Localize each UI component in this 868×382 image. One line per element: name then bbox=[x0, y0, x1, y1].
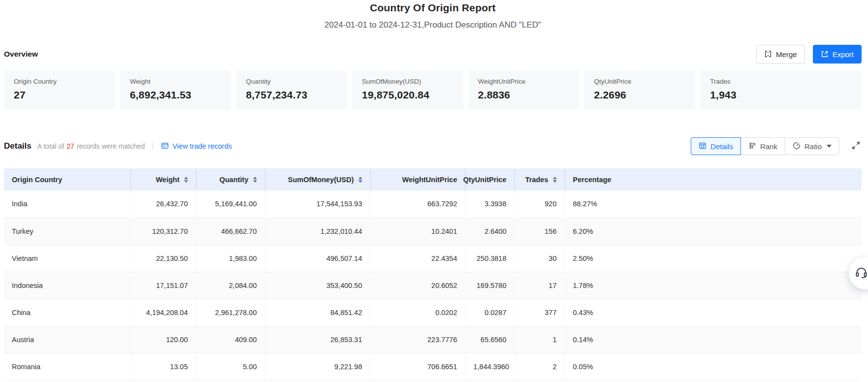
cell-quantity: 5.00 bbox=[196, 353, 265, 380]
table-row-indonesia: Indonesia17,151.072,084.00353,400.5020.6… bbox=[4, 272, 862, 299]
tab-ratio[interactable]: Ratio bbox=[785, 137, 839, 155]
details-left: Details A total of27records were matched… bbox=[4, 141, 232, 151]
match-prefix: A total of bbox=[37, 142, 64, 150]
stat-card-label: Origin Country bbox=[14, 78, 105, 85]
column-header-qty-unit-price: QtyUnitPrice bbox=[465, 168, 514, 191]
cell-quantity: 5,169,441.00 bbox=[196, 191, 265, 218]
fullscreen-button[interactable] bbox=[850, 140, 862, 153]
cell-weight: 4,194,208.04 bbox=[130, 299, 196, 326]
stat-card-value: 27 bbox=[14, 89, 105, 101]
cell-quantity: 409.00 bbox=[196, 326, 265, 353]
cell-quantity: 466,662.70 bbox=[196, 218, 265, 245]
cell-weight-unit-price: 706.6651 bbox=[370, 353, 465, 380]
stat-card-label: Quantity bbox=[246, 78, 337, 85]
cell-qty-unit-price: 3.3938 bbox=[465, 191, 514, 218]
overview-stat-cards: Origin Country27Weight6,892,341.53Quanti… bbox=[4, 70, 862, 110]
column-label: SumOfMoney(USD) bbox=[288, 176, 354, 184]
column-header-trades[interactable]: Trades bbox=[514, 168, 565, 191]
stat-card-value: 19,875,020.84 bbox=[362, 89, 453, 101]
stat-card-weightunitprice: WeightUnitPrice2.8836 bbox=[468, 70, 579, 110]
cell-quantity: 2,961,278.00 bbox=[196, 299, 265, 326]
view-switch: Details Rank bbox=[691, 137, 839, 155]
table-row-india: India26,432.705,169,441.0017,544,153.936… bbox=[4, 191, 862, 218]
export-button-label: Export bbox=[833, 50, 854, 59]
table-row-vietnam: Vietnam22,130.501,983.00496,507.1422.435… bbox=[4, 245, 862, 272]
cell-sum-of-money-usd: 353,400.50 bbox=[265, 272, 370, 299]
cell-trades: 17 bbox=[514, 272, 565, 299]
cell-percentage: 1.78% bbox=[565, 272, 862, 299]
cell-qty-unit-price: 250.3818 bbox=[465, 245, 514, 272]
stat-card-sumofmoney-usd: SumOfMoney(USD)19,875,020.84 bbox=[352, 70, 463, 110]
tab-rank-label: Rank bbox=[760, 142, 777, 151]
match-count: 27 bbox=[64, 142, 77, 150]
cell-origin-country: Turkey bbox=[4, 218, 130, 245]
cell-weight: 17,151.07 bbox=[130, 272, 196, 299]
column-label: Quantity bbox=[220, 176, 249, 184]
tab-rank[interactable]: Rank bbox=[740, 137, 785, 155]
stat-card-label: SumOfMoney(USD) bbox=[362, 78, 453, 85]
export-button[interactable]: Export bbox=[813, 45, 862, 64]
cell-sum-of-money-usd: 1,232,010.44 bbox=[265, 218, 370, 245]
merge-cells-icon bbox=[764, 50, 772, 58]
stat-card-value: 2.8836 bbox=[478, 89, 570, 101]
cell-percentage: 0.05% bbox=[565, 353, 862, 380]
sort-carets-icon bbox=[358, 177, 362, 183]
column-header-weight[interactable]: Weight bbox=[130, 168, 196, 191]
cell-sum-of-money-usd: 496,507.14 bbox=[265, 245, 370, 272]
details-header-row: Details A total of27records were matched… bbox=[4, 137, 862, 155]
stat-card-value: 8,757,234.73 bbox=[246, 89, 337, 101]
cell-sum-of-money-usd: 26,853.31 bbox=[265, 326, 370, 353]
table-row-romania: Romania13.055.009,221.98706.66511,844.39… bbox=[4, 353, 862, 380]
stat-card-value: 1,943 bbox=[710, 89, 852, 101]
match-suffix: records were matched bbox=[77, 142, 145, 150]
cell-qty-unit-price: 65.6560 bbox=[465, 326, 514, 353]
cell-weight-unit-price: 663.7292 bbox=[370, 191, 465, 218]
table-row-turkey: Turkey120,312.70466,662.701,232,010.4410… bbox=[4, 218, 862, 245]
cell-trades: 156 bbox=[514, 218, 565, 245]
column-label: QtyUnitPrice bbox=[463, 176, 507, 184]
cell-sum-of-money-usd: 84,851.42 bbox=[265, 299, 370, 326]
cell-origin-country: Indonesia bbox=[4, 272, 130, 299]
pie-ratio-icon bbox=[793, 142, 801, 151]
cell-percentage: 0.14% bbox=[565, 326, 862, 353]
stat-card-label: WeightUnitPrice bbox=[478, 78, 570, 85]
cell-trades: 377 bbox=[514, 299, 565, 326]
cell-weight-unit-price: 10.2401 bbox=[370, 218, 465, 245]
vertical-divider bbox=[153, 143, 153, 150]
stat-card-value: 6,892,341.53 bbox=[130, 89, 222, 101]
stat-card-qtyunitprice: QtyUnitPrice2.2696 bbox=[584, 70, 696, 110]
column-label: Origin Country bbox=[12, 176, 62, 184]
stat-card-label: Trades bbox=[710, 78, 852, 85]
tab-ratio-label: Ratio bbox=[804, 142, 822, 151]
sort-carets-icon bbox=[253, 177, 257, 183]
export-icon bbox=[821, 50, 829, 58]
cell-weight: 120.00 bbox=[130, 326, 196, 353]
overview-header-row: Overview Merge bbox=[4, 45, 862, 64]
cell-sum-of-money-usd: 9,221.98 bbox=[265, 353, 370, 380]
cell-percentage: 2.50% bbox=[565, 245, 862, 272]
details-table-wrap: Origin CountryWeightQuantitySumOfMoney(U… bbox=[4, 168, 862, 381]
overview-heading: Overview bbox=[4, 50, 38, 59]
cell-weight-unit-price: 22.4354 bbox=[370, 245, 465, 272]
cell-percentage: 6.20% bbox=[565, 218, 862, 245]
cell-origin-country: India bbox=[4, 191, 130, 218]
stat-card-label: QtyUnitPrice bbox=[594, 78, 686, 85]
column-label: Weight bbox=[156, 176, 179, 184]
merge-button[interactable]: Merge bbox=[756, 45, 805, 64]
view-trade-records-link[interactable]: View trade records bbox=[161, 142, 232, 151]
details-right: Details Rank bbox=[691, 137, 862, 155]
column-header-sum-of-money-usd[interactable]: SumOfMoney(USD) bbox=[265, 168, 370, 191]
column-label: Percentage bbox=[573, 176, 611, 184]
cell-weight-unit-price: 223.7776 bbox=[370, 326, 465, 353]
trade-records-icon bbox=[161, 142, 169, 151]
cell-weight: 120,312.70 bbox=[130, 218, 196, 245]
column-header-quantity[interactable]: Quantity bbox=[196, 168, 265, 191]
merge-button-label: Merge bbox=[776, 50, 797, 59]
column-label: WeightUnitPrice bbox=[402, 176, 457, 184]
tab-details[interactable]: Details bbox=[691, 137, 741, 155]
column-header-percentage: Percentage bbox=[565, 168, 862, 191]
table-row-china: China4,194,208.042,961,278.0084,851.420.… bbox=[4, 299, 862, 326]
stat-card-label: Weight bbox=[130, 78, 222, 85]
cell-qty-unit-price: 2.6400 bbox=[465, 218, 514, 245]
cell-qty-unit-price: 0.0287 bbox=[465, 299, 514, 326]
